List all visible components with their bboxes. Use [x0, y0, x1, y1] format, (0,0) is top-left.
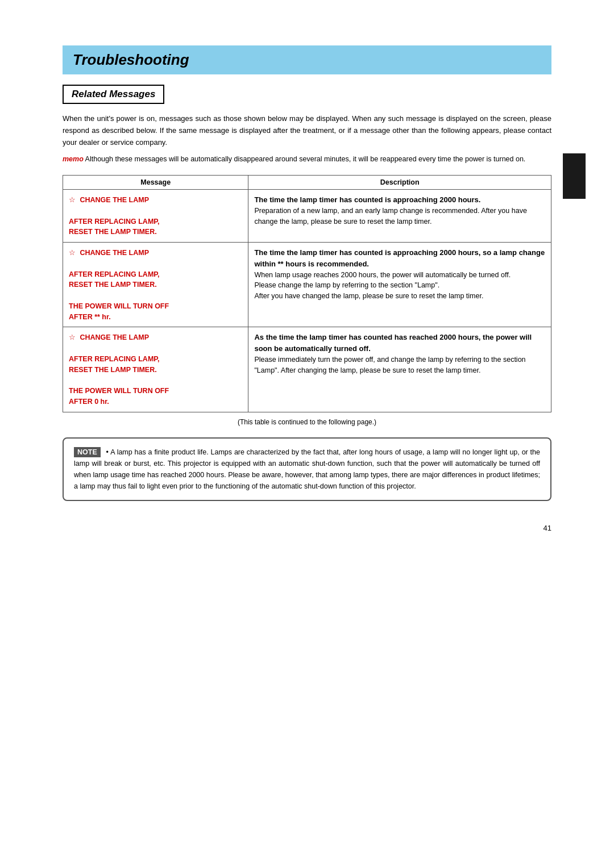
section-title: Troubleshooting: [73, 51, 541, 69]
message-cell-2: ☆ CHANGE THE LAMP AFTER REPLACING LAMP, …: [63, 243, 248, 327]
note-box: NOTE • A lamp has a finite product life.…: [63, 437, 551, 501]
page-number: 41: [63, 524, 551, 532]
msg2-line2: AFTER REPLACING LAMP,: [69, 270, 160, 278]
desc3-text: Please immediately turn the power off, a…: [254, 356, 525, 374]
msg2-line4: THE POWER WILL TURN OFF: [69, 302, 169, 310]
gear-icon-2: ☆: [69, 248, 76, 257]
desc1-text: Preparation of a new lamp, and an early …: [254, 207, 526, 226]
note-text: • A lamp has a finite product life. Lamp…: [74, 448, 540, 490]
section-tab: [563, 153, 586, 199]
gear-icon-3: ☆: [69, 333, 76, 341]
description-cell-2: The time the lamp timer has counted is a…: [248, 243, 551, 327]
msg3-line3: RESET THE LAMP TIMER.: [69, 366, 157, 374]
subsection-title: Related Messages: [72, 89, 155, 100]
message-cell-3: ☆ CHANGE THE LAMP AFTER REPLACING LAMP, …: [63, 327, 248, 412]
msg1-line1: CHANGE THE LAMP: [80, 196, 149, 204]
table-row: ☆ CHANGE THE LAMP AFTER REPLACING LAMP, …: [63, 190, 551, 243]
memo-label: memo: [63, 155, 84, 163]
messages-table: Message Description ☆ CHANGE THE LAMP AF…: [63, 175, 551, 412]
memo-text: Although these messages will be automati…: [84, 155, 526, 163]
gear-icon-1: ☆: [69, 195, 76, 204]
description-cell-1: The time the lamp timer has counted is a…: [248, 190, 551, 243]
desc2-bold: The time the lamp timer has counted is a…: [254, 248, 545, 268]
msg1-line3: RESET THE LAMP TIMER.: [69, 228, 157, 236]
table-caption: (This table is continued to the followin…: [63, 418, 551, 426]
description-cell-3: As the time the lamp timer has counted h…: [248, 327, 551, 412]
msg3-line4: THE POWER WILL TURN OFF: [69, 387, 169, 395]
desc2-text: When lamp usage reaches 2000 hours, the …: [254, 271, 511, 301]
table-row: ☆ CHANGE THE LAMP AFTER REPLACING LAMP, …: [63, 327, 551, 412]
msg1-line2: AFTER REPLACING LAMP,: [69, 218, 160, 226]
msg3-line1: CHANGE THE LAMP: [80, 333, 149, 341]
memo-line: memo Although these messages will be aut…: [63, 154, 551, 165]
msg2-line1: CHANGE THE LAMP: [80, 249, 149, 257]
table-row: ☆ CHANGE THE LAMP AFTER REPLACING LAMP, …: [63, 243, 551, 327]
msg2-line5: AFTER ** hr.: [69, 313, 111, 321]
col-message-header: Message: [63, 176, 248, 190]
section-title-bar: Troubleshooting: [63, 45, 551, 74]
desc3-bold: As the time the lamp timer has counted h…: [254, 333, 532, 353]
desc1-bold: The time the lamp timer has counted is a…: [254, 195, 480, 204]
note-label: NOTE: [74, 447, 101, 457]
msg3-line2: AFTER REPLACING LAMP,: [69, 355, 160, 363]
msg2-line3: RESET THE LAMP TIMER.: [69, 281, 157, 289]
intro-paragraph: When the unit's power is on, messages su…: [63, 113, 551, 148]
col-description-header: Description: [248, 176, 551, 190]
msg3-line5: AFTER 0 hr.: [69, 398, 109, 406]
subsection-heading: Related Messages: [63, 85, 164, 104]
message-cell-1: ☆ CHANGE THE LAMP AFTER REPLACING LAMP, …: [63, 190, 248, 243]
